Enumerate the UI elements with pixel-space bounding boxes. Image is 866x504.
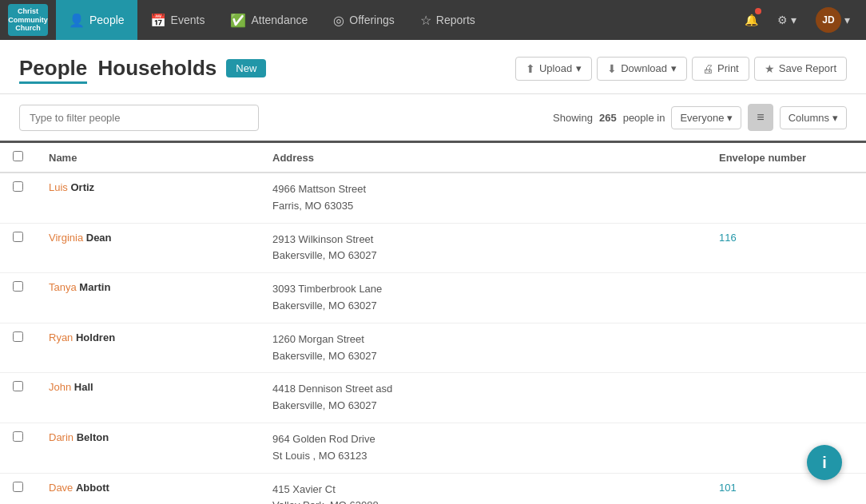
table-row: John Hall 4418 Dennison Street asd Baker… (0, 373, 866, 423)
save-report-label: Save Report (779, 62, 836, 74)
address-line-1: 415 Xavier Ct (272, 482, 693, 498)
print-icon: 🖨 (702, 62, 713, 75)
logo[interactable]: ChristCommunityChurch (8, 4, 48, 36)
row-name-cell: Darin Belton (36, 423, 260, 473)
person-name-link[interactable]: Ryan Holdren (49, 331, 115, 343)
table-row: Virginia Dean 2913 Wilkinson Street Bake… (0, 223, 866, 273)
row-checkbox-cell (0, 223, 36, 273)
row-checkbox-cell (0, 373, 36, 423)
person-name-link[interactable]: John Hall (49, 381, 93, 393)
list-icon: ≡ (757, 110, 764, 125)
info-button[interactable]: i (807, 445, 842, 480)
user-profile-button[interactable]: JD ▾ (808, 0, 858, 40)
download-icon: ⬇ (607, 62, 617, 75)
page-title: People Households (19, 56, 216, 81)
table-body: Luis Ortiz 4966 Mattson Street Farris, M… (0, 173, 866, 504)
upload-button[interactable]: ⬆ Upload ▾ (515, 57, 592, 81)
page-title-households: Households (97, 56, 216, 80)
address-line-1: 1260 Morgan Street (272, 331, 693, 348)
address-column-header: Address (260, 143, 706, 173)
row-name-cell: Tanya Martin (36, 273, 260, 323)
save-report-button[interactable]: ★ Save Report (754, 57, 847, 81)
filter-area: Showing 265 people in Everyone ▾ ≡ Colum… (0, 94, 866, 143)
person-name-link[interactable]: Dave Abbott (49, 482, 109, 494)
nav-attendance-label: Attendance (251, 14, 308, 26)
top-navigation: ChristCommunityChurch 👤 People 📅 Events … (0, 0, 866, 40)
user-chevron-icon: ▾ (844, 14, 850, 26)
showing-suffix: people in (623, 112, 665, 124)
row-address-cell: 4418 Dennison Street asd Bakersville, MO… (260, 373, 706, 423)
person-name-link[interactable]: Virginia Dean (49, 232, 112, 244)
row-checkbox[interactable] (13, 431, 23, 442)
offerings-nav-icon: ◎ (333, 13, 344, 28)
row-envelope-cell: 101 (706, 473, 866, 504)
row-name-cell: John Hall (36, 373, 260, 423)
row-checkbox[interactable] (13, 181, 23, 192)
person-name-link[interactable]: Tanya Martin (49, 281, 110, 293)
address-line-1: 2913 Wilkinson Street (272, 232, 693, 248)
address-line-2: St Louis , MO 63123 (272, 448, 693, 465)
envelope-number: 101 (719, 482, 737, 494)
row-name-cell: Luis Ortiz (36, 173, 260, 223)
address-line-2: Bakersville, MO 63027 (272, 248, 693, 264)
print-button[interactable]: 🖨 Print (692, 57, 749, 81)
person-first-name: Tanya (49, 281, 77, 293)
row-checkbox[interactable] (13, 232, 23, 242)
row-name-cell: Virginia Dean (36, 223, 260, 273)
notification-dot (755, 8, 761, 14)
download-button[interactable]: ⬇ Download ▾ (597, 57, 687, 81)
select-all-checkbox[interactable] (13, 151, 23, 161)
star-icon: ★ (765, 62, 775, 75)
notifications-button[interactable]: 🔔 (737, 0, 766, 40)
person-last-name: Abbott (76, 482, 109, 494)
print-label: Print (717, 62, 739, 74)
person-first-name: Dave (49, 482, 73, 494)
address-line-2: Bakersville, MO 63027 (272, 348, 693, 365)
settings-button[interactable]: ⚙ ▾ (769, 0, 804, 40)
row-checkbox[interactable] (13, 331, 23, 342)
nav-events-label: Events (171, 14, 205, 26)
nav-item-offerings[interactable]: ◎ Offerings (320, 0, 407, 40)
page-content: People Households New ⬆ Upload ▾ ⬇ Downl… (0, 40, 866, 504)
upload-label: Upload (539, 62, 572, 74)
person-name-link[interactable]: Darin Belton (49, 431, 109, 443)
filter-input[interactable] (19, 105, 259, 131)
row-checkbox[interactable] (13, 281, 23, 292)
row-address-cell: 4966 Mattson Street Farris, MO 63035 (260, 173, 706, 223)
group-filter-select[interactable]: Everyone ▾ (671, 106, 741, 129)
new-button[interactable]: New (226, 59, 266, 77)
envelope-column-header: Envelope number (706, 143, 866, 173)
columns-button[interactable]: Columns ▾ (780, 106, 847, 129)
columns-chevron-icon: ▾ (832, 112, 838, 124)
person-name-link[interactable]: Luis Ortiz (49, 181, 94, 193)
row-checkbox-cell (0, 273, 36, 323)
nav-item-people[interactable]: 👤 People (56, 0, 137, 40)
name-column-header: Name (36, 143, 260, 173)
row-checkbox[interactable] (13, 482, 23, 492)
events-nav-icon: 📅 (150, 13, 166, 28)
list-view-button[interactable]: ≡ (748, 104, 773, 131)
person-last-name: Hall (74, 381, 93, 393)
row-address-cell: 415 Xavier Ct Valley Park, MO 63088 (260, 473, 706, 504)
download-label: Download (621, 62, 667, 74)
nav-item-attendance[interactable]: ✅ Attendance (217, 0, 320, 40)
nav-item-reports[interactable]: ☆ Reports (407, 0, 488, 40)
row-checkbox-cell (0, 173, 36, 223)
bell-icon: 🔔 (745, 14, 758, 26)
row-address-cell: 1260 Morgan Street Bakersville, MO 63027 (260, 323, 706, 373)
gear-icon: ⚙ (777, 14, 788, 26)
address-line-2: Bakersville, MO 63027 (272, 298, 693, 315)
people-count: 265 (599, 112, 617, 124)
row-checkbox[interactable] (13, 381, 23, 391)
row-address-cell: 3093 Timberbrook Lane Bakersville, MO 63… (260, 273, 706, 323)
row-checkbox-cell (0, 423, 36, 473)
row-envelope-cell (706, 323, 866, 373)
address-line-1: 964 Golden Rod Drive (272, 431, 693, 448)
row-address-cell: 964 Golden Rod Drive St Louis , MO 63123 (260, 423, 706, 473)
reports-nav-icon: ☆ (420, 13, 431, 28)
address-line-1: 3093 Timberbrook Lane (272, 281, 693, 298)
address-line-2: Farris, MO 63035 (272, 198, 693, 215)
download-chevron-icon: ▾ (671, 62, 677, 74)
nav-item-events[interactable]: 📅 Events (137, 0, 218, 40)
address-line-2: Bakersville, MO 63027 (272, 398, 693, 415)
